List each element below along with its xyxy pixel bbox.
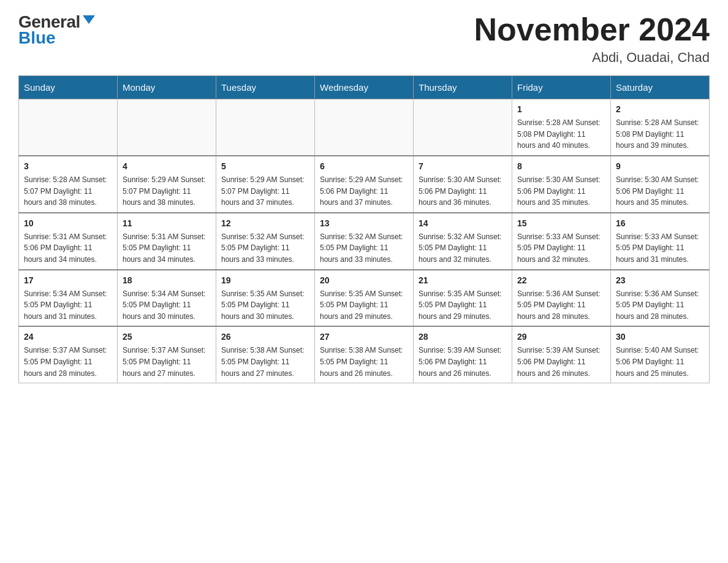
calendar-cell: 6Sunrise: 5:29 AM Sunset: 5:06 PM Daylig… bbox=[315, 156, 414, 213]
month-title: November 2024 bbox=[474, 12, 710, 47]
calendar-cell: 26Sunrise: 5:38 AM Sunset: 5:05 PM Dayli… bbox=[216, 326, 315, 383]
logo: General Blue bbox=[18, 12, 95, 48]
day-info: Sunrise: 5:38 AM Sunset: 5:05 PM Dayligh… bbox=[320, 345, 408, 379]
day-info: Sunrise: 5:29 AM Sunset: 5:07 PM Dayligh… bbox=[123, 174, 211, 209]
calendar-cell: 3Sunrise: 5:28 AM Sunset: 5:07 PM Daylig… bbox=[19, 156, 118, 213]
calendar-week-row: 17Sunrise: 5:34 AM Sunset: 5:05 PM Dayli… bbox=[19, 270, 710, 327]
calendar-cell: 4Sunrise: 5:29 AM Sunset: 5:07 PM Daylig… bbox=[118, 156, 216, 213]
calendar-cell: 30Sunrise: 5:40 AM Sunset: 5:06 PM Dayli… bbox=[611, 326, 710, 383]
calendar-cell: 25Sunrise: 5:37 AM Sunset: 5:05 PM Dayli… bbox=[118, 326, 216, 383]
calendar-cell: 29Sunrise: 5:39 AM Sunset: 5:06 PM Dayli… bbox=[512, 326, 611, 383]
calendar-cell bbox=[19, 99, 118, 156]
day-number: 14 bbox=[419, 217, 507, 230]
day-info: Sunrise: 5:36 AM Sunset: 5:05 PM Dayligh… bbox=[517, 288, 605, 323]
day-number: 29 bbox=[517, 331, 605, 343]
day-number: 6 bbox=[320, 160, 408, 173]
location-title: Abdi, Ouadai, Chad bbox=[474, 50, 710, 66]
page-header: General Blue November 2024 Abdi, Ouadai,… bbox=[18, 12, 710, 66]
calendar-cell bbox=[315, 99, 414, 156]
day-info: Sunrise: 5:32 AM Sunset: 5:05 PM Dayligh… bbox=[419, 231, 507, 266]
calendar-cell: 13Sunrise: 5:32 AM Sunset: 5:05 PM Dayli… bbox=[315, 213, 414, 270]
calendar-cell: 10Sunrise: 5:31 AM Sunset: 5:06 PM Dayli… bbox=[19, 213, 118, 270]
calendar-cell: 27Sunrise: 5:38 AM Sunset: 5:05 PM Dayli… bbox=[315, 326, 414, 383]
day-info: Sunrise: 5:28 AM Sunset: 5:08 PM Dayligh… bbox=[616, 117, 704, 151]
weekday-header-wednesday: Wednesday bbox=[315, 76, 414, 99]
day-number: 2 bbox=[616, 103, 704, 116]
calendar-week-row: 24Sunrise: 5:37 AM Sunset: 5:05 PM Dayli… bbox=[19, 326, 710, 383]
day-info: Sunrise: 5:34 AM Sunset: 5:05 PM Dayligh… bbox=[123, 288, 211, 323]
day-number: 30 bbox=[616, 331, 704, 343]
calendar-cell: 19Sunrise: 5:35 AM Sunset: 5:05 PM Dayli… bbox=[216, 270, 315, 327]
day-info: Sunrise: 5:39 AM Sunset: 5:06 PM Dayligh… bbox=[419, 345, 507, 379]
day-info: Sunrise: 5:30 AM Sunset: 5:06 PM Dayligh… bbox=[616, 174, 704, 209]
weekday-header-tuesday: Tuesday bbox=[216, 76, 315, 99]
day-number: 26 bbox=[221, 331, 309, 343]
day-info: Sunrise: 5:40 AM Sunset: 5:06 PM Dayligh… bbox=[616, 345, 704, 379]
day-number: 13 bbox=[320, 217, 408, 230]
weekday-header-saturday: Saturday bbox=[611, 76, 710, 99]
day-info: Sunrise: 5:28 AM Sunset: 5:08 PM Dayligh… bbox=[517, 117, 605, 151]
day-info: Sunrise: 5:35 AM Sunset: 5:05 PM Dayligh… bbox=[320, 288, 408, 323]
logo-triangle-icon bbox=[83, 15, 95, 24]
calendar-table: SundayMondayTuesdayWednesdayThursdayFrid… bbox=[18, 75, 710, 383]
weekday-header-thursday: Thursday bbox=[414, 76, 512, 99]
calendar-cell: 17Sunrise: 5:34 AM Sunset: 5:05 PM Dayli… bbox=[19, 270, 118, 327]
calendar-cell: 12Sunrise: 5:32 AM Sunset: 5:05 PM Dayli… bbox=[216, 213, 315, 270]
weekday-header-friday: Friday bbox=[512, 76, 611, 99]
day-info: Sunrise: 5:32 AM Sunset: 5:05 PM Dayligh… bbox=[320, 231, 408, 266]
day-number: 3 bbox=[24, 160, 112, 173]
calendar-cell: 7Sunrise: 5:30 AM Sunset: 5:06 PM Daylig… bbox=[414, 156, 512, 213]
day-info: Sunrise: 5:30 AM Sunset: 5:06 PM Dayligh… bbox=[419, 174, 507, 209]
day-number: 17 bbox=[24, 274, 112, 287]
calendar-cell: 28Sunrise: 5:39 AM Sunset: 5:06 PM Dayli… bbox=[414, 326, 512, 383]
calendar-week-row: 3Sunrise: 5:28 AM Sunset: 5:07 PM Daylig… bbox=[19, 156, 710, 213]
calendar-header-row: SundayMondayTuesdayWednesdayThursdayFrid… bbox=[19, 76, 710, 99]
day-number: 12 bbox=[221, 217, 309, 230]
day-number: 25 bbox=[123, 331, 211, 343]
day-info: Sunrise: 5:36 AM Sunset: 5:05 PM Dayligh… bbox=[616, 288, 704, 323]
day-number: 19 bbox=[221, 274, 309, 287]
day-info: Sunrise: 5:32 AM Sunset: 5:05 PM Dayligh… bbox=[221, 231, 309, 266]
calendar-cell bbox=[118, 99, 216, 156]
day-number: 16 bbox=[616, 217, 704, 230]
logo-blue-text: Blue bbox=[18, 28, 56, 48]
day-number: 27 bbox=[320, 331, 408, 343]
calendar-week-row: 10Sunrise: 5:31 AM Sunset: 5:06 PM Dayli… bbox=[19, 213, 710, 270]
day-number: 21 bbox=[419, 274, 507, 287]
day-number: 4 bbox=[123, 160, 211, 173]
calendar-cell bbox=[414, 99, 512, 156]
day-info: Sunrise: 5:33 AM Sunset: 5:05 PM Dayligh… bbox=[517, 231, 605, 266]
calendar-cell: 23Sunrise: 5:36 AM Sunset: 5:05 PM Dayli… bbox=[611, 270, 710, 327]
calendar-cell: 9Sunrise: 5:30 AM Sunset: 5:06 PM Daylig… bbox=[611, 156, 710, 213]
day-info: Sunrise: 5:29 AM Sunset: 5:07 PM Dayligh… bbox=[221, 174, 309, 209]
calendar-cell: 22Sunrise: 5:36 AM Sunset: 5:05 PM Dayli… bbox=[512, 270, 611, 327]
day-number: 18 bbox=[123, 274, 211, 287]
weekday-header-monday: Monday bbox=[118, 76, 216, 99]
day-info: Sunrise: 5:35 AM Sunset: 5:05 PM Dayligh… bbox=[221, 288, 309, 323]
calendar-cell: 14Sunrise: 5:32 AM Sunset: 5:05 PM Dayli… bbox=[414, 213, 512, 270]
calendar-cell: 20Sunrise: 5:35 AM Sunset: 5:05 PM Dayli… bbox=[315, 270, 414, 327]
day-number: 7 bbox=[419, 160, 507, 173]
calendar-cell: 21Sunrise: 5:35 AM Sunset: 5:05 PM Dayli… bbox=[414, 270, 512, 327]
calendar-cell: 1Sunrise: 5:28 AM Sunset: 5:08 PM Daylig… bbox=[512, 99, 611, 156]
day-number: 11 bbox=[123, 217, 211, 230]
day-info: Sunrise: 5:38 AM Sunset: 5:05 PM Dayligh… bbox=[221, 345, 309, 379]
calendar-cell: 2Sunrise: 5:28 AM Sunset: 5:08 PM Daylig… bbox=[611, 99, 710, 156]
day-number: 9 bbox=[616, 160, 704, 173]
day-info: Sunrise: 5:35 AM Sunset: 5:05 PM Dayligh… bbox=[419, 288, 507, 323]
day-info: Sunrise: 5:37 AM Sunset: 5:05 PM Dayligh… bbox=[123, 345, 211, 379]
calendar-cell: 24Sunrise: 5:37 AM Sunset: 5:05 PM Dayli… bbox=[19, 326, 118, 383]
calendar-cell bbox=[216, 99, 315, 156]
day-number: 10 bbox=[24, 217, 112, 230]
day-number: 1 bbox=[517, 103, 605, 116]
calendar-cell: 15Sunrise: 5:33 AM Sunset: 5:05 PM Dayli… bbox=[512, 213, 611, 270]
title-area: November 2024 Abdi, Ouadai, Chad bbox=[474, 12, 710, 66]
day-info: Sunrise: 5:31 AM Sunset: 5:05 PM Dayligh… bbox=[123, 231, 211, 266]
weekday-header-sunday: Sunday bbox=[19, 76, 118, 99]
day-info: Sunrise: 5:28 AM Sunset: 5:07 PM Dayligh… bbox=[24, 174, 112, 209]
day-number: 28 bbox=[419, 331, 507, 343]
day-info: Sunrise: 5:31 AM Sunset: 5:06 PM Dayligh… bbox=[24, 231, 112, 266]
day-number: 22 bbox=[517, 274, 605, 287]
day-number: 15 bbox=[517, 217, 605, 230]
day-info: Sunrise: 5:33 AM Sunset: 5:05 PM Dayligh… bbox=[616, 231, 704, 266]
